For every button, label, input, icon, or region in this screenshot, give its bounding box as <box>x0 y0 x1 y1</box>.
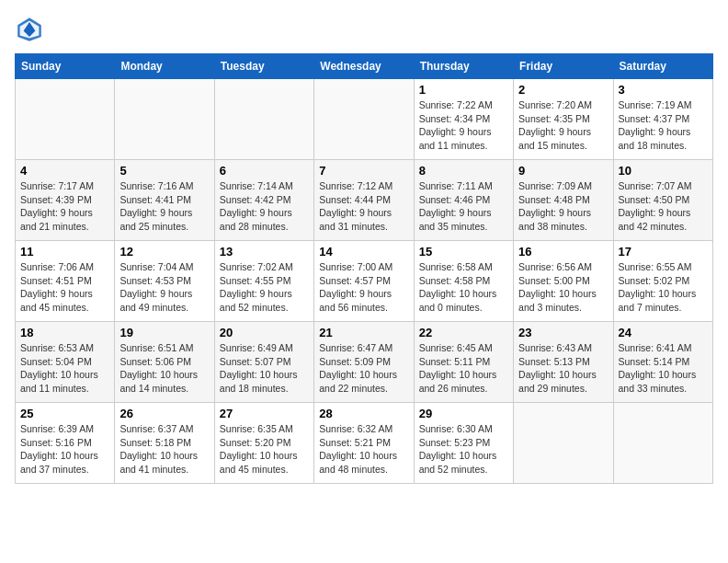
calendar-header-tuesday: Tuesday <box>214 54 313 79</box>
calendar-empty-cell <box>16 79 115 160</box>
calendar-week-row: 11Sunrise: 7:06 AM Sunset: 4:51 PM Dayli… <box>16 241 713 322</box>
calendar-empty-cell <box>115 79 214 160</box>
day-number: 3 <box>619 83 708 97</box>
day-number: 25 <box>20 407 109 420</box>
day-number: 21 <box>319 326 408 339</box>
calendar-day-1: 1Sunrise: 7:22 AM Sunset: 4:34 PM Daylig… <box>414 79 513 160</box>
calendar-header-row: SundayMondayTuesdayWednesdayThursdayFrid… <box>16 54 713 79</box>
calendar-table: SundayMondayTuesdayWednesdayThursdayFrid… <box>15 53 713 484</box>
day-number: 8 <box>419 164 508 178</box>
calendar-empty-cell <box>613 403 712 484</box>
calendar-day-17: 17Sunrise: 6:55 AM Sunset: 5:02 PM Dayli… <box>613 241 712 322</box>
calendar-day-7: 7Sunrise: 7:12 AM Sunset: 4:44 PM Daylig… <box>314 160 414 241</box>
calendar-header-friday: Friday <box>514 54 613 79</box>
calendar-day-6: 6Sunrise: 7:14 AM Sunset: 4:42 PM Daylig… <box>214 160 313 241</box>
day-detail: Sunrise: 6:55 AM Sunset: 5:02 PM Dayligh… <box>619 260 708 315</box>
calendar-day-18: 18Sunrise: 6:53 AM Sunset: 5:04 PM Dayli… <box>16 322 115 403</box>
day-detail: Sunrise: 6:39 AM Sunset: 5:16 PM Dayligh… <box>20 422 109 477</box>
calendar-day-25: 25Sunrise: 6:39 AM Sunset: 5:16 PM Dayli… <box>16 403 115 484</box>
calendar-day-15: 15Sunrise: 6:58 AM Sunset: 4:58 PM Dayli… <box>414 241 513 322</box>
day-number: 11 <box>20 245 109 259</box>
day-number: 23 <box>518 326 608 339</box>
day-number: 28 <box>319 407 408 420</box>
calendar-day-8: 8Sunrise: 7:11 AM Sunset: 4:46 PM Daylig… <box>414 160 513 241</box>
day-number: 6 <box>220 164 309 178</box>
day-number: 18 <box>20 326 109 339</box>
calendar-week-row: 25Sunrise: 6:39 AM Sunset: 5:16 PM Dayli… <box>16 403 713 484</box>
calendar-day-26: 26Sunrise: 6:37 AM Sunset: 5:18 PM Dayli… <box>115 403 214 484</box>
calendar-header-monday: Monday <box>115 54 214 79</box>
day-detail: Sunrise: 7:07 AM Sunset: 4:50 PM Dayligh… <box>619 179 708 234</box>
day-number: 13 <box>220 245 309 259</box>
day-detail: Sunrise: 6:45 AM Sunset: 5:11 PM Dayligh… <box>419 341 508 396</box>
calendar-day-9: 9Sunrise: 7:09 AM Sunset: 4:48 PM Daylig… <box>514 160 613 241</box>
calendar-day-27: 27Sunrise: 6:35 AM Sunset: 5:20 PM Dayli… <box>214 403 313 484</box>
calendar-day-24: 24Sunrise: 6:41 AM Sunset: 5:14 PM Dayli… <box>613 322 712 403</box>
calendar-day-3: 3Sunrise: 7:19 AM Sunset: 4:37 PM Daylig… <box>613 79 712 160</box>
calendar-header-wednesday: Wednesday <box>314 54 414 79</box>
calendar-day-11: 11Sunrise: 7:06 AM Sunset: 4:51 PM Dayli… <box>16 241 115 322</box>
calendar-day-10: 10Sunrise: 7:07 AM Sunset: 4:50 PM Dayli… <box>613 160 712 241</box>
calendar-day-28: 28Sunrise: 6:32 AM Sunset: 5:21 PM Dayli… <box>314 403 414 484</box>
day-detail: Sunrise: 6:37 AM Sunset: 5:18 PM Dayligh… <box>119 422 209 477</box>
day-number: 10 <box>619 164 708 178</box>
calendar-empty-cell <box>314 79 414 160</box>
day-detail: Sunrise: 6:51 AM Sunset: 5:06 PM Dayligh… <box>119 341 209 396</box>
calendar-day-12: 12Sunrise: 7:04 AM Sunset: 4:53 PM Dayli… <box>115 241 214 322</box>
calendar-day-29: 29Sunrise: 6:30 AM Sunset: 5:23 PM Dayli… <box>414 403 513 484</box>
day-number: 29 <box>419 407 508 420</box>
day-number: 2 <box>518 83 608 97</box>
calendar-empty-cell <box>214 79 313 160</box>
day-detail: Sunrise: 6:32 AM Sunset: 5:21 PM Dayligh… <box>319 422 408 477</box>
day-number: 9 <box>518 164 608 178</box>
day-detail: Sunrise: 6:56 AM Sunset: 5:00 PM Dayligh… <box>518 260 608 315</box>
day-number: 14 <box>319 245 408 259</box>
calendar-day-20: 20Sunrise: 6:49 AM Sunset: 5:07 PM Dayli… <box>214 322 313 403</box>
day-detail: Sunrise: 6:58 AM Sunset: 4:58 PM Dayligh… <box>419 260 508 315</box>
day-number: 1 <box>419 83 508 97</box>
day-number: 20 <box>220 326 309 339</box>
day-detail: Sunrise: 7:14 AM Sunset: 4:42 PM Dayligh… <box>220 179 309 234</box>
day-detail: Sunrise: 7:02 AM Sunset: 4:55 PM Dayligh… <box>220 260 309 315</box>
day-number: 16 <box>518 245 608 259</box>
calendar-header-saturday: Saturday <box>613 54 712 79</box>
day-detail: Sunrise: 7:17 AM Sunset: 4:39 PM Dayligh… <box>20 179 109 234</box>
calendar-week-row: 18Sunrise: 6:53 AM Sunset: 5:04 PM Dayli… <box>16 322 713 403</box>
day-detail: Sunrise: 7:09 AM Sunset: 4:48 PM Dayligh… <box>518 179 608 234</box>
calendar-day-19: 19Sunrise: 6:51 AM Sunset: 5:06 PM Dayli… <box>115 322 214 403</box>
day-detail: Sunrise: 7:16 AM Sunset: 4:41 PM Dayligh… <box>119 179 209 234</box>
day-number: 26 <box>119 407 209 420</box>
day-number: 24 <box>619 326 708 339</box>
calendar-day-22: 22Sunrise: 6:45 AM Sunset: 5:11 PM Dayli… <box>414 322 513 403</box>
day-number: 27 <box>220 407 309 420</box>
day-detail: Sunrise: 7:11 AM Sunset: 4:46 PM Dayligh… <box>419 179 508 234</box>
day-number: 12 <box>119 245 209 259</box>
logo-icon <box>15 15 44 44</box>
calendar-day-23: 23Sunrise: 6:43 AM Sunset: 5:13 PM Dayli… <box>514 322 613 403</box>
logo <box>15 15 48 44</box>
day-detail: Sunrise: 7:04 AM Sunset: 4:53 PM Dayligh… <box>119 260 209 315</box>
calendar-day-16: 16Sunrise: 6:56 AM Sunset: 5:00 PM Dayli… <box>514 241 613 322</box>
page-header <box>15 15 713 44</box>
day-detail: Sunrise: 6:53 AM Sunset: 5:04 PM Dayligh… <box>20 341 109 396</box>
day-detail: Sunrise: 6:30 AM Sunset: 5:23 PM Dayligh… <box>419 422 508 477</box>
day-detail: Sunrise: 7:00 AM Sunset: 4:57 PM Dayligh… <box>319 260 408 315</box>
day-detail: Sunrise: 7:06 AM Sunset: 4:51 PM Dayligh… <box>20 260 109 315</box>
day-number: 15 <box>419 245 508 259</box>
calendar-week-row: 1Sunrise: 7:22 AM Sunset: 4:34 PM Daylig… <box>16 79 713 160</box>
calendar-week-row: 4Sunrise: 7:17 AM Sunset: 4:39 PM Daylig… <box>16 160 713 241</box>
calendar-day-13: 13Sunrise: 7:02 AM Sunset: 4:55 PM Dayli… <box>214 241 313 322</box>
day-number: 7 <box>319 164 408 178</box>
day-detail: Sunrise: 6:35 AM Sunset: 5:20 PM Dayligh… <box>220 422 309 477</box>
calendar-empty-cell <box>514 403 613 484</box>
day-detail: Sunrise: 6:49 AM Sunset: 5:07 PM Dayligh… <box>220 341 309 396</box>
day-detail: Sunrise: 7:22 AM Sunset: 4:34 PM Dayligh… <box>419 98 508 153</box>
calendar-header-thursday: Thursday <box>414 54 513 79</box>
day-detail: Sunrise: 6:43 AM Sunset: 5:13 PM Dayligh… <box>518 341 608 396</box>
day-number: 22 <box>419 326 508 339</box>
calendar-day-5: 5Sunrise: 7:16 AM Sunset: 4:41 PM Daylig… <box>115 160 214 241</box>
calendar-day-2: 2Sunrise: 7:20 AM Sunset: 4:35 PM Daylig… <box>514 79 613 160</box>
day-detail: Sunrise: 6:41 AM Sunset: 5:14 PM Dayligh… <box>619 341 708 396</box>
calendar-day-21: 21Sunrise: 6:47 AM Sunset: 5:09 PM Dayli… <box>314 322 414 403</box>
calendar-day-14: 14Sunrise: 7:00 AM Sunset: 4:57 PM Dayli… <box>314 241 414 322</box>
